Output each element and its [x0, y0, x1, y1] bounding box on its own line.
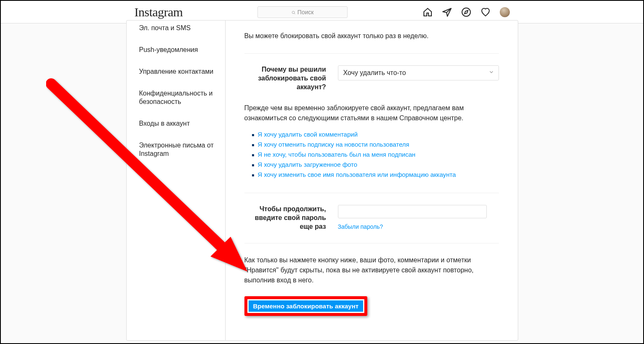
- password-input[interactable]: [338, 205, 487, 218]
- sidebar-item-email-sms[interactable]: Эл. почта и SMS: [127, 21, 225, 39]
- sidebar-item-push[interactable]: Push-уведомления: [127, 39, 225, 61]
- forgot-password-link[interactable]: Забыли пароль?: [338, 223, 383, 230]
- explore-icon[interactable]: [461, 7, 471, 17]
- password-label: Чтобы продолжить, введите свой пароль ещ…: [244, 205, 326, 231]
- sidebar-item-privacy[interactable]: Конфиденциальность и безопасность: [127, 83, 225, 113]
- help-links-list: Я хочу удалить свой комментарий Я хочу о…: [244, 131, 499, 178]
- svg-point-3: [462, 8, 470, 16]
- reason-selected-value: Хочу удалить что-то: [343, 69, 406, 76]
- help-link-change-username[interactable]: Я хочу изменить свое имя пользователя ил…: [258, 171, 456, 178]
- avatar[interactable]: [500, 7, 510, 17]
- help-intro-text: Прежде чем вы временно заблокируете свой…: [244, 103, 499, 123]
- help-link-delete-comment[interactable]: Я хочу удалить свой комментарий: [258, 131, 358, 138]
- help-link-delete-photo[interactable]: Я хочу удалить загруженное фото: [258, 161, 358, 168]
- reason-label: Почему вы решили заблокировать свой акка…: [244, 65, 326, 91]
- nav-icons: [423, 7, 510, 17]
- messages-icon[interactable]: [442, 7, 452, 17]
- instagram-logo[interactable]: Instagram: [135, 5, 183, 19]
- highlight-box: Временно заблокировать аккаунт: [244, 296, 368, 316]
- svg-marker-4: [465, 10, 468, 14]
- activity-icon[interactable]: [480, 7, 491, 17]
- search-input[interactable]: [257, 6, 348, 18]
- sidebar-item-login-activity[interactable]: Входы в аккаунт: [127, 113, 225, 134]
- home-icon[interactable]: [423, 7, 433, 17]
- temporarily-disable-button[interactable]: Временно заблокировать аккаунт: [247, 299, 365, 313]
- settings-card: Эл. почта и SMS Push-уведомления Управле…: [126, 20, 518, 341]
- final-warning-text: Как только вы нажмете кнопку ниже, ваши …: [244, 255, 499, 285]
- settings-main: Вы можете блокировать свой аккаунт тольк…: [226, 21, 518, 340]
- frequency-note: Вы можете блокировать свой аккаунт тольк…: [244, 21, 499, 54]
- help-link-unfollow[interactable]: Я хочу отменить подписку на новости поль…: [258, 141, 410, 148]
- settings-sidebar: Эл. почта и SMS Push-уведомления Управле…: [127, 21, 226, 340]
- chevron-down-icon: [488, 66, 494, 80]
- sidebar-item-emails[interactable]: Электронные письма от Instagram: [127, 134, 225, 165]
- search-wrap: Поиск: [257, 6, 348, 18]
- sidebar-item-contacts[interactable]: Управление контактами: [127, 61, 225, 83]
- help-link-remove-follower[interactable]: Я не хочу, чтобы пользователь был на мен…: [258, 151, 415, 158]
- reason-select[interactable]: Хочу удалить что-то: [338, 65, 499, 80]
